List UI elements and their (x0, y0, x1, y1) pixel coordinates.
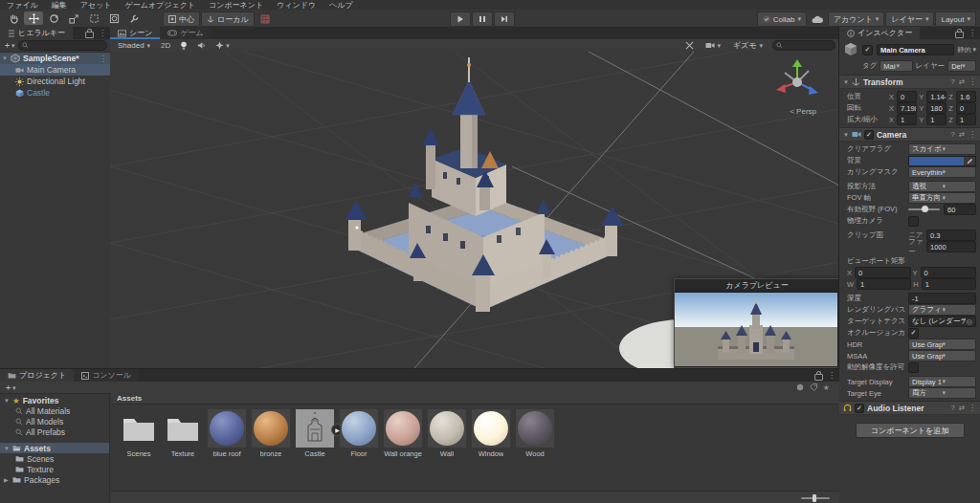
scene-audio-icon[interactable] (194, 41, 209, 50)
asset-scenes[interactable]: Scenes (117, 409, 161, 492)
tab-game[interactable]: ゲーム (160, 27, 211, 39)
create-asset-button[interactable]: ＋▾ (4, 382, 16, 394)
transform-y-field[interactable]: 1 (926, 114, 947, 125)
layers-dropdown[interactable]: レイヤー▾ (885, 11, 934, 27)
gizmos-dropdown[interactable]: ギズモ▾ (729, 40, 767, 51)
camera-prop---y-field[interactable]: 0 (921, 267, 976, 278)
transform-z-field[interactable]: 1 (956, 114, 976, 125)
asset-wall-orange[interactable]: Wall orange (381, 409, 425, 492)
lock-icon[interactable] (814, 374, 823, 381)
lock-icon[interactable] (85, 32, 94, 38)
camera-prop---checkbox[interactable] (908, 216, 919, 227)
presets-icon[interactable]: ⇄ (959, 404, 965, 412)
camera-prop-hdr-dropdown[interactable]: Use Graphics Setti▾ (908, 339, 976, 350)
tab-scene[interactable]: シーン (110, 27, 160, 39)
menu-item-3[interactable]: アセット (74, 0, 119, 11)
camera-prop--fov--slider[interactable]: 60 (908, 204, 976, 215)
menu-item-6[interactable]: ウィンドウ (270, 0, 323, 11)
camera-prop---field[interactable]: 0.3 (926, 230, 976, 241)
favorite-all-models[interactable]: All Models (0, 416, 109, 426)
panel-menu-icon[interactable]: ⋮ (828, 371, 835, 380)
camera-prop-fov--dropdown[interactable]: 垂直方向▾ (908, 192, 976, 204)
tag-dropdown[interactable]: MainCamer▾ (880, 60, 912, 72)
scene-camera-dropdown[interactable]: ▾ (702, 42, 724, 50)
shading-mode-dropdown[interactable]: Shaded▾ (114, 40, 154, 51)
tree-folder-texture[interactable]: Texture (0, 464, 109, 474)
tab-project[interactable]: プロジェクト (0, 369, 74, 382)
gameobject-name-field[interactable]: Main Camera (877, 44, 954, 55)
create-object-button[interactable]: ＋▾ (3, 39, 15, 52)
audio-listener-header[interactable]: ✓ Audio Listener ?⇄⋮ (839, 401, 980, 415)
component-menu-icon[interactable]: ⋮ (969, 77, 976, 86)
tree-folder-packages[interactable]: ▶Packages (0, 474, 109, 485)
search-by-type-icon[interactable] (796, 383, 804, 391)
layout-dropdown[interactable]: Layout▾ (935, 11, 976, 27)
camera-prop---checkbox[interactable]: ✓ (908, 328, 919, 339)
scene-search-input[interactable] (772, 40, 835, 51)
hand-tool-icon[interactable] (4, 11, 23, 25)
menu-item-7[interactable]: ヘルプ (323, 0, 360, 11)
camera-prop---object-field[interactable]: なし (レンダーテクスチャ◎ (908, 316, 976, 327)
add-component-button[interactable]: コンポーネントを追加 (856, 423, 965, 438)
transform-x-field[interactable]: 0 (897, 91, 917, 102)
search-by-label-icon[interactable] (810, 383, 817, 391)
menu-item-4[interactable]: ゲームオブジェクト (119, 0, 203, 11)
hierarchy-item-directional-light[interactable]: Directional Light (0, 76, 110, 87)
transform-combined-tool-icon[interactable] (104, 11, 123, 25)
pause-button[interactable] (472, 11, 493, 27)
favorites-row[interactable]: ▼★Favorites (0, 395, 109, 405)
camera-prop---dropdown[interactable]: 透視▾ (908, 181, 976, 192)
component-menu-icon[interactable]: ⋮ (969, 130, 976, 139)
cloud-icon[interactable] (808, 12, 827, 26)
asset-castle[interactable]: ▶Castle (293, 409, 337, 492)
help-icon[interactable]: ? (951, 404, 955, 412)
camera-prop---checkbox[interactable] (908, 362, 919, 373)
asset-wood[interactable]: Wood (513, 409, 557, 492)
custom-tool-icon[interactable] (124, 11, 144, 25)
collab-button[interactable]: Collab▾ (757, 11, 807, 27)
transform-y-field[interactable]: 180 (926, 102, 947, 114)
hierarchy-search-input[interactable] (18, 40, 107, 51)
camera-prop-target-display-dropdown[interactable]: Display 1▾ (908, 376, 976, 387)
camera-prop---color-swatch[interactable] (908, 156, 976, 166)
asset-floor[interactable]: Floor (337, 409, 381, 492)
camera-prop---x-field[interactable]: 0 (855, 267, 910, 278)
transform-z-field[interactable]: 1.6 (956, 91, 976, 102)
static-dropdown[interactable]: 静的 ▾ (958, 45, 976, 55)
menu-item-1[interactable]: ファイル (0, 0, 45, 11)
favorite-all-materials[interactable]: All Materials (0, 405, 109, 416)
scale-tool-icon[interactable] (64, 11, 83, 25)
menu-item-2[interactable]: 編集 (45, 0, 74, 11)
gizmo-perspective-label[interactable]: < Persp (790, 107, 816, 116)
hierarchy-item-castle[interactable]: Castle (0, 87, 110, 98)
favorite-all-prefabs[interactable]: All Prefabs (0, 426, 109, 437)
tree-folder-assets[interactable]: ▼Assets (0, 443, 109, 453)
panel-menu-icon[interactable]: ⋮ (99, 29, 106, 37)
presets-icon[interactable]: ⇄ (959, 77, 965, 86)
transform-z-field[interactable]: 0 (956, 102, 976, 114)
camera-enabled-checkbox[interactable]: ✓ (864, 130, 874, 140)
thumbnail-size-slider[interactable] (801, 497, 830, 499)
audio-enabled-checkbox[interactable]: ✓ (855, 404, 864, 413)
2d-toggle[interactable]: 2D (158, 41, 173, 50)
help-icon[interactable]: ? (951, 77, 955, 86)
asset-wall[interactable]: Wall (425, 409, 469, 492)
grid-snap-icon[interactable] (256, 12, 275, 26)
asset-blue-roof[interactable]: blue roof (205, 409, 249, 492)
camera-prop---field[interactable]: -1 (908, 293, 976, 304)
camera-prop---w-field[interactable]: 1 (857, 278, 911, 290)
tab-console[interactable]: コンソール (74, 369, 139, 382)
camera-prop---dropdown[interactable]: スカイボックス▾ (908, 143, 976, 155)
camera-prop---dropdown[interactable]: グラフィックス設定を使用▾ (908, 304, 976, 316)
tab-inspector[interactable]: インスペクター (839, 27, 920, 39)
move-tool-icon[interactable] (24, 11, 43, 25)
component-menu-icon[interactable]: ⋮ (969, 404, 976, 412)
gameobject-active-checkbox[interactable]: ✓ (862, 45, 873, 55)
camera-prop---dropdown[interactable]: Everything▾ (908, 166, 976, 178)
transform-x-field[interactable]: 1 (897, 114, 917, 125)
asset-texture[interactable]: Texture (161, 409, 205, 492)
pivot-center-button[interactable]: 中心 (163, 11, 200, 27)
camera-prop---field[interactable]: 1000 (926, 241, 976, 252)
transform-component-header[interactable]: ▼ Transform ?⇄⋮ (839, 75, 980, 89)
tree-folder-scenes[interactable]: Scenes (0, 453, 109, 464)
